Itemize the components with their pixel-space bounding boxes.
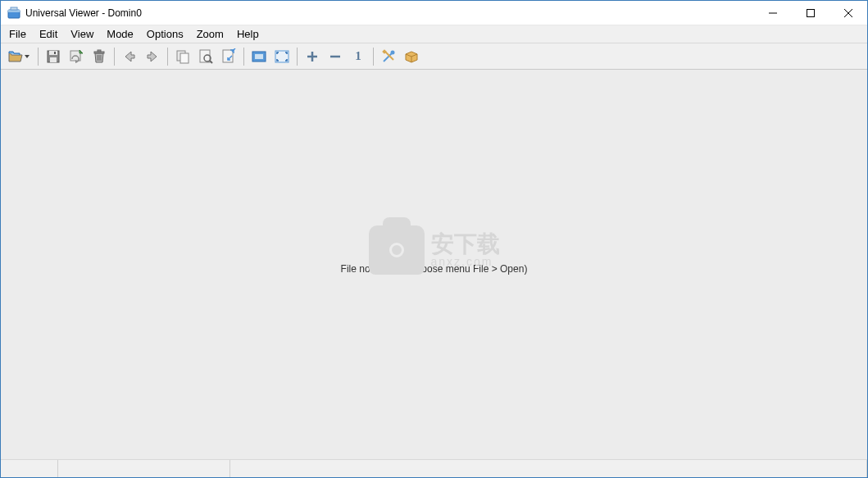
toolbar-separator (167, 48, 168, 66)
copy-button[interactable] (172, 46, 193, 67)
tools-icon (380, 48, 397, 65)
menu-help[interactable]: Help (230, 25, 266, 43)
menu-edit[interactable]: Edit (33, 25, 64, 43)
fit-width-icon (251, 48, 267, 65)
zoom-in-button[interactable] (302, 46, 323, 67)
svg-rect-18 (180, 53, 189, 63)
toolbar-separator (373, 48, 374, 66)
minimize-button[interactable] (754, 1, 792, 25)
content-area: 安下载 anxz.com File not loaded (choose men… (1, 70, 867, 459)
reload-button[interactable] (66, 46, 87, 67)
previous-button[interactable] (119, 46, 140, 67)
status-panel-2 (58, 460, 230, 477)
fit-page-button[interactable] (218, 46, 239, 67)
fullscreen-button[interactable] (271, 46, 293, 67)
plus-icon (304, 48, 320, 65)
fit-width-button[interactable] (248, 46, 270, 67)
menubar: File Edit View Mode Options Zoom Help (1, 25, 867, 43)
maximize-button[interactable] (792, 1, 829, 25)
svg-rect-13 (98, 50, 101, 52)
page-magnify-icon (198, 48, 214, 65)
svg-rect-10 (54, 52, 56, 54)
minus-icon (327, 48, 343, 65)
window-title: Universal Viewer - Domin0 (25, 7, 142, 19)
app-icon (7, 7, 20, 20)
window-controls (754, 1, 867, 25)
fullscreen-icon (274, 48, 290, 65)
actual-size-button[interactable]: 1 (348, 46, 369, 67)
svg-rect-9 (50, 57, 57, 62)
svg-rect-8 (49, 51, 57, 55)
toolbar-separator (38, 48, 39, 66)
arrow-left-icon (121, 48, 138, 65)
menu-mode[interactable]: Mode (100, 25, 140, 43)
reload-icon (68, 48, 84, 65)
status-panel-3 (230, 460, 867, 477)
floppy-icon (45, 48, 61, 65)
toolbar-separator (243, 48, 244, 66)
delete-button[interactable] (89, 46, 110, 67)
svg-rect-2 (11, 7, 17, 10)
trash-icon (91, 48, 107, 65)
menu-zoom[interactable]: Zoom (190, 25, 230, 43)
svg-line-21 (210, 61, 212, 63)
preview-button[interactable] (195, 46, 216, 67)
menu-options[interactable]: Options (140, 25, 190, 43)
save-button[interactable] (43, 46, 64, 67)
options-button[interactable] (378, 46, 399, 67)
toolbar-separator (114, 48, 115, 66)
status-panel-1 (1, 460, 58, 477)
package-icon (403, 48, 420, 65)
chevron-down-icon (25, 55, 30, 58)
plugins-button[interactable] (401, 46, 422, 67)
toolbar: 1 (1, 43, 867, 70)
empty-message: File not loaded (choose menu File > Open… (341, 263, 528, 275)
menu-file[interactable]: File (2, 25, 33, 43)
toolbar-separator (297, 48, 298, 66)
next-button[interactable] (142, 46, 163, 67)
statusbar (1, 459, 867, 477)
fit-page-icon (220, 48, 237, 65)
one-icon: 1 (355, 49, 361, 63)
arrow-right-icon (144, 48, 161, 65)
close-button[interactable] (829, 1, 867, 25)
titlebar: Universal Viewer - Domin0 (1, 1, 867, 25)
copy-icon (175, 48, 191, 65)
svg-point-30 (391, 50, 395, 54)
open-button[interactable] (4, 46, 34, 67)
watermark-text: 安下载 anxz.com (431, 233, 500, 267)
svg-rect-24 (255, 54, 263, 59)
svg-rect-4 (807, 9, 815, 16)
folder-open-icon (7, 48, 24, 65)
zoom-out-button[interactable] (325, 46, 346, 67)
menu-view[interactable]: View (64, 25, 100, 43)
